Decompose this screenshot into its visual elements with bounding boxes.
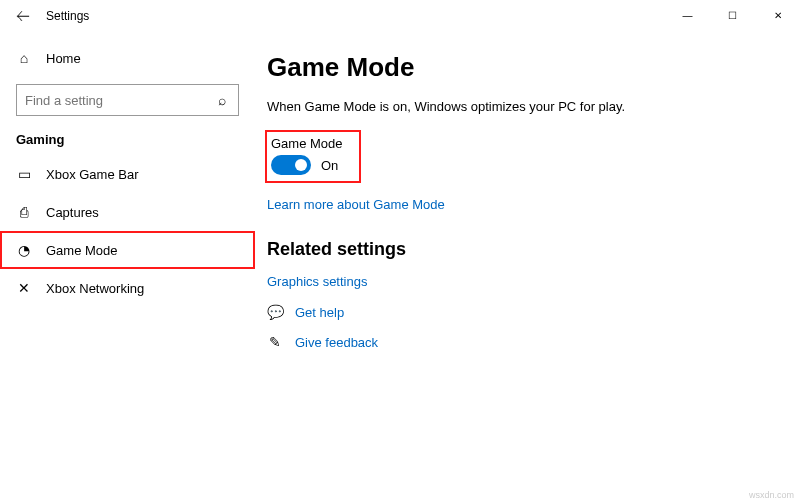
toggle-knob <box>295 159 307 171</box>
game-mode-icon: ◔ <box>16 242 32 258</box>
watermark: wsxdn.com <box>749 490 794 500</box>
give-feedback-row: ✎ Give feedback <box>267 334 770 350</box>
app-title: Settings <box>46 9 89 23</box>
game-mode-toggle[interactable] <box>271 155 311 175</box>
maximize-button[interactable]: ☐ <box>710 0 755 30</box>
sidebar: ⌂ Home ⌕ Gaming ▭ Xbox Game Bar ⎙ Captur… <box>0 32 255 504</box>
back-arrow-icon: 🡠 <box>16 8 30 24</box>
search-icon: ⌕ <box>214 92 230 108</box>
nav-home-label: Home <box>46 51 81 66</box>
sidebar-item-xbox-networking[interactable]: ✕ Xbox Networking <box>0 269 255 307</box>
sidebar-item-captures[interactable]: ⎙ Captures <box>0 193 255 231</box>
toggle-state-label: On <box>321 158 338 173</box>
home-icon: ⌂ <box>16 50 32 66</box>
close-icon: ✕ <box>774 10 782 21</box>
sidebar-item-label: Xbox Networking <box>46 281 144 296</box>
sidebar-item-game-mode[interactable]: ◔ Game Mode <box>0 231 255 269</box>
graphics-settings-link[interactable]: Graphics settings <box>267 274 367 289</box>
sidebar-item-xbox-game-bar[interactable]: ▭ Xbox Game Bar <box>0 155 255 193</box>
page-title: Game Mode <box>267 52 770 83</box>
game-mode-toggle-section: Game Mode On <box>267 132 359 181</box>
learn-more-link[interactable]: Learn more about Game Mode <box>267 197 445 212</box>
sidebar-item-label: Xbox Game Bar <box>46 167 139 182</box>
content-pane: Game Mode When Game Mode is on, Windows … <box>255 32 800 504</box>
related-settings-heading: Related settings <box>267 239 770 260</box>
get-help-link[interactable]: Get help <box>295 305 344 320</box>
feedback-icon: ✎ <box>267 334 283 350</box>
page-description: When Game Mode is on, Windows optimizes … <box>267 99 770 114</box>
maximize-icon: ☐ <box>728 10 737 21</box>
search-box[interactable]: ⌕ <box>16 84 239 116</box>
minimize-button[interactable]: — <box>665 0 710 30</box>
back-button[interactable]: 🡠 <box>8 1 38 31</box>
search-input[interactable] <box>25 93 205 108</box>
get-help-row: 💬 Get help <box>267 304 770 320</box>
sidebar-item-label: Game Mode <box>46 243 118 258</box>
captures-icon: ⎙ <box>16 204 32 220</box>
xbox-networking-icon: ✕ <box>16 280 32 296</box>
xbox-game-bar-icon: ▭ <box>16 166 32 182</box>
give-feedback-link[interactable]: Give feedback <box>295 335 378 350</box>
sidebar-section-header: Gaming <box>0 132 255 155</box>
minimize-icon: — <box>683 10 693 21</box>
toggle-label: Game Mode <box>271 136 343 151</box>
get-help-icon: 💬 <box>267 304 283 320</box>
sidebar-item-label: Captures <box>46 205 99 220</box>
nav-home[interactable]: ⌂ Home <box>0 40 255 76</box>
close-button[interactable]: ✕ <box>755 0 800 30</box>
